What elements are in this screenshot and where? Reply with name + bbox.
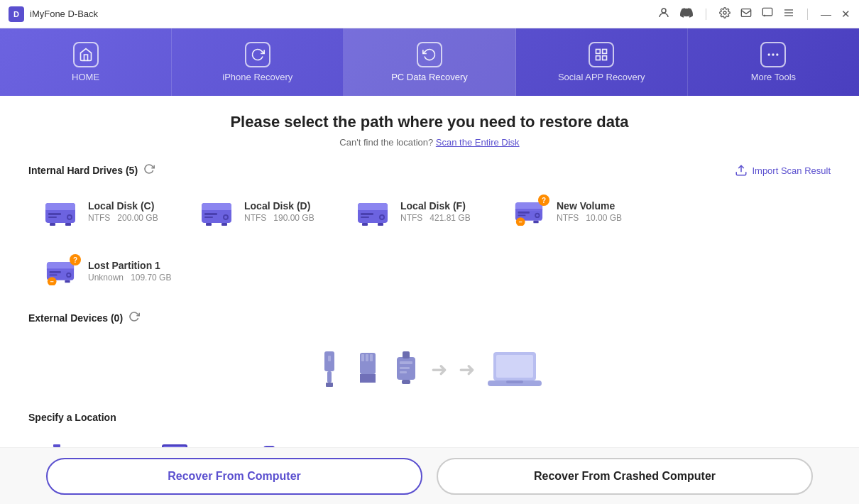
- svg-rect-41: [378, 223, 383, 226]
- svg-rect-55: [47, 268, 74, 270]
- svg-rect-65: [327, 371, 332, 383]
- nav-home-label: HOME: [72, 72, 99, 82]
- svg-rect-22: [50, 223, 55, 226]
- svg-rect-71: [366, 354, 368, 361]
- location-recycle-bin[interactable]: Recycle Bin: [43, 442, 132, 447]
- svg-point-11: [768, 53, 770, 55]
- home-icon: [73, 42, 99, 67]
- pc-recovery-icon: [417, 42, 442, 67]
- svg-rect-61: [65, 280, 70, 283]
- titlebar-icons: — ✕: [657, 6, 850, 21]
- svg-rect-76: [400, 367, 410, 369]
- svg-rect-48: [518, 215, 526, 217]
- external-devices-header: External Devices (0): [28, 312, 123, 324]
- svg-point-0: [662, 9, 666, 13]
- chat-icon[interactable]: [762, 7, 773, 21]
- drive-lost-partition-icon: − ?: [43, 257, 78, 285]
- page-subtitle: Can't find the location? Scan the Entire…: [28, 137, 831, 148]
- svg-rect-75: [400, 361, 412, 364]
- nav-more-label: More Tools: [751, 72, 796, 82]
- nav-pc-recovery[interactable]: PC Data Recovery: [344, 28, 515, 96]
- menu-icon[interactable]: [783, 7, 794, 21]
- arrow1: ➜: [431, 358, 447, 381]
- svg-point-12: [772, 53, 775, 55]
- more-tools-icon: [760, 42, 786, 67]
- nav-social-app[interactable]: Social APP Recovery: [516, 28, 688, 96]
- iphone-recovery-icon: [245, 42, 270, 67]
- svg-rect-80: [496, 355, 533, 378]
- nav-iphone-recovery[interactable]: iPhone Recovery: [172, 28, 344, 96]
- desktop-icon: [160, 442, 189, 447]
- svg-rect-32: [221, 223, 227, 226]
- svg-rect-2: [741, 9, 750, 17]
- svg-rect-10: [596, 56, 601, 60]
- svg-point-57: [67, 274, 70, 277]
- svg-rect-17: [45, 210, 75, 212]
- svg-rect-9: [603, 56, 607, 60]
- svg-rect-72: [370, 354, 373, 361]
- svg-point-1: [723, 11, 726, 14]
- usb-drive-icon: [393, 350, 420, 388]
- settings-icon[interactable]: [719, 7, 731, 21]
- svg-rect-44: [515, 209, 542, 210]
- laptop-icon: [486, 348, 543, 390]
- svg-rect-47: [518, 212, 530, 214]
- svg-rect-21: [48, 217, 57, 218]
- nav-home[interactable]: HOME: [0, 28, 172, 96]
- svg-rect-39: [361, 217, 369, 218]
- svg-rect-8: [603, 50, 607, 54]
- select-folder-icon: ✦: [262, 442, 290, 447]
- drive-new-volume-icon: − ?: [511, 197, 547, 226]
- svg-text:−: −: [50, 278, 54, 285]
- refresh-external-icon[interactable]: [128, 311, 140, 325]
- mail-icon[interactable]: [740, 7, 752, 21]
- social-app-icon: [589, 42, 614, 67]
- close-button[interactable]: ✕: [841, 8, 850, 21]
- svg-rect-23: [65, 223, 71, 226]
- sep1: [706, 9, 706, 20]
- drive-new-volume-info: New Volume NTFS 10.00 GB: [557, 200, 622, 223]
- nav-more-tools[interactable]: More Tools: [688, 28, 859, 96]
- drive-new-volume[interactable]: − ? New Volume NTFS 10.00 GB: [497, 189, 653, 234]
- specify-location-section: Specify a Location: [28, 412, 831, 447]
- user-icon[interactable]: [657, 6, 670, 21]
- internal-drives-header: Internal Hard Drives (5): [28, 165, 138, 176]
- no-device-visual: ➜ ➜: [28, 334, 831, 398]
- svg-rect-82: [506, 380, 523, 383]
- recover-from-crashed-button[interactable]: Recover From Crashed Computer: [437, 458, 813, 495]
- svg-rect-20: [48, 213, 61, 215]
- svg-point-13: [777, 53, 779, 55]
- drive-f-icon: [355, 197, 390, 226]
- drive-f[interactable]: Local Disk (F) NTFS 421.81 GB: [341, 189, 497, 234]
- svg-rect-40: [362, 223, 368, 226]
- drive-c[interactable]: Local Disk (C) NTFS 200.00 GB: [28, 189, 185, 234]
- svg-point-28: [224, 216, 227, 219]
- svg-rect-77: [400, 371, 407, 373]
- recycle-bin-icon: [43, 442, 71, 447]
- recover-from-computer-button[interactable]: Recover From Computer: [46, 458, 422, 495]
- discord-icon[interactable]: [680, 6, 693, 21]
- location-select-folder[interactable]: ✦ Select a Folder: [262, 442, 366, 447]
- drives-grid: Local Disk (C) NTFS 200.00 GB: [28, 189, 831, 234]
- scan-entire-disk-link[interactable]: Scan the Entire Disk: [436, 137, 520, 148]
- drive-d[interactable]: Local Disk (D) NTFS 190.00 GB: [185, 189, 341, 234]
- svg-rect-38: [361, 213, 373, 215]
- svg-rect-30: [204, 217, 213, 218]
- external-devices-section: External Devices (0): [28, 311, 831, 398]
- refresh-drives-icon[interactable]: [143, 163, 155, 177]
- location-desktop[interactable]: Desktop: [160, 442, 234, 447]
- sd-card-icon: [354, 350, 381, 388]
- arrow2: ➜: [459, 358, 475, 381]
- drive-d-info: Local Disk (D) NTFS 190.00 GB: [244, 200, 314, 223]
- nav-iphone-label: iPhone Recovery: [222, 72, 292, 82]
- titlebar: D iMyFone D-Back — ✕: [0, 0, 859, 28]
- svg-point-46: [536, 214, 539, 217]
- app-title: iMyFone D-Back: [30, 9, 657, 19]
- drive-c-info: Local Disk (C) NTFS 200.00 GB: [88, 200, 158, 223]
- import-scan-result[interactable]: Import Scan Result: [735, 164, 831, 177]
- usb-icon: [316, 350, 343, 388]
- drive-lost-partition[interactable]: − ? Lost Partition 1 Unknown 109.70 GB: [28, 248, 185, 294]
- nav-pc-label: PC Data Recovery: [391, 72, 468, 82]
- bottom-bar: Recover From Computer Recover From Crash…: [0, 447, 859, 504]
- minimize-button[interactable]: —: [821, 8, 831, 20]
